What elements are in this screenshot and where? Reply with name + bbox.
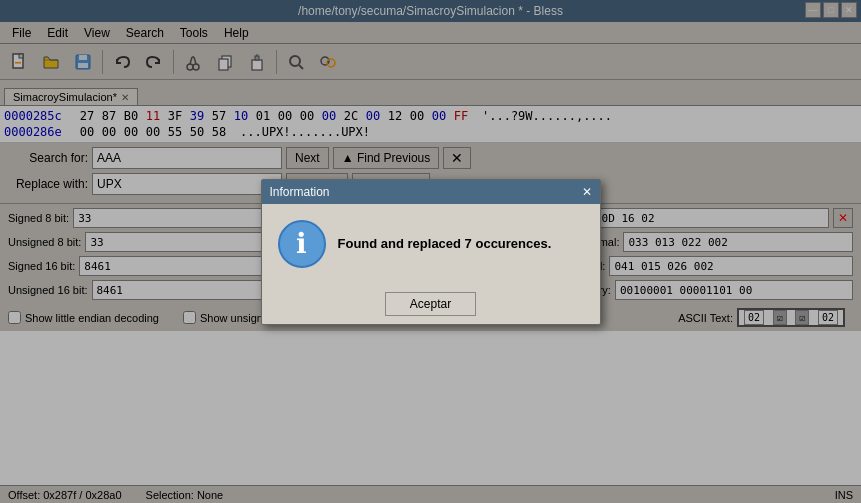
modal-message: Found and replaced 7 occurences. — [338, 236, 552, 251]
modal-overlay: Information ✕ ℹ Found and replaced 7 occ… — [0, 0, 861, 503]
modal-header: Information ✕ — [262, 180, 600, 204]
modal-dialog: Information ✕ ℹ Found and replaced 7 occ… — [261, 179, 601, 325]
modal-body: ℹ Found and replaced 7 occurences. — [262, 204, 600, 284]
modal-title: Information — [270, 185, 330, 199]
modal-header-close[interactable]: ✕ — [582, 185, 592, 199]
modal-footer: Aceptar — [262, 284, 600, 324]
info-icon: ℹ — [278, 220, 326, 268]
modal-ok-button[interactable]: Aceptar — [385, 292, 476, 316]
